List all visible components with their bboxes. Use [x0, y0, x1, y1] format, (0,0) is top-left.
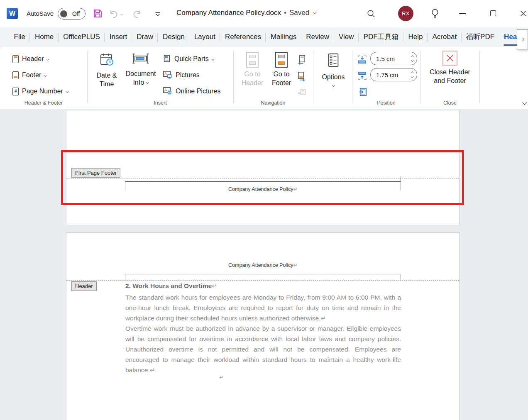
header-icon — [12, 55, 19, 63]
show-next-button[interactable] — [296, 70, 307, 82]
word-logo-icon[interactable]: W — [7, 8, 18, 19]
group-label-navigation: Navigation — [233, 100, 313, 106]
document-info-label-2: Info — [133, 78, 144, 87]
tab-draw[interactable]: Draw — [132, 27, 158, 47]
avatar[interactable]: RX — [398, 6, 413, 21]
pictures-icon — [163, 70, 172, 81]
spinner-down-icon[interactable] — [411, 75, 413, 78]
group-separator — [420, 51, 421, 103]
pictures-button[interactable]: Pictures — [163, 69, 200, 81]
redo-button[interactable] — [132, 8, 143, 19]
footer-button[interactable]: Footer — [12, 69, 46, 81]
previous-icon — [296, 54, 307, 65]
document-title[interactable]: Company Attendance Policy.docx • Saved — [176, 9, 316, 17]
chevron-down-icon — [212, 58, 214, 60]
group-separator — [352, 51, 352, 103]
ribbon-tab-bar: File Home OfficePLUS Insert Draw Design … — [0, 27, 528, 47]
link-to-previous-button[interactable] — [296, 86, 307, 98]
page-number-icon: # — [12, 88, 19, 95]
tab-acrobat[interactable]: Acrobat — [428, 27, 462, 47]
go-to-footer-button[interactable]: Go to Footer — [268, 52, 295, 87]
tab-insert[interactable]: Insert — [105, 27, 132, 47]
footer-button-label: Footer — [22, 71, 41, 79]
close-header-footer-label-2: and Footer — [434, 76, 466, 85]
document-info-label-1: Document — [126, 69, 156, 78]
paragraph-mark: ↵ — [320, 315, 326, 322]
empty-paragraph-mark: ↵ — [219, 374, 224, 381]
tab-officeplus[interactable]: OfficePLUS — [59, 27, 105, 47]
tab-file[interactable]: File — [9, 27, 30, 47]
ribbon-header-footer-tools: Header Footer # Page Number Header & Foo… — [0, 47, 528, 109]
tab-view[interactable]: View — [334, 27, 359, 47]
options-icon — [325, 52, 341, 71]
chevron-down-icon — [146, 81, 149, 83]
chevron-down-icon — [120, 12, 123, 15]
alignment-tab-icon — [358, 87, 368, 97]
group-separator — [87, 51, 88, 103]
date-time-button[interactable]: Date & Time — [92, 52, 121, 88]
paragraph-text: The standard work hours for employees ar… — [125, 294, 401, 322]
chevron-down-icon — [44, 74, 46, 76]
document-area: Company Attendance Policy↵ First Page Fo… — [0, 109, 528, 420]
header-from-top-field[interactable]: 1.5 cm — [370, 52, 417, 65]
online-pictures-button[interactable]: Online Pictures — [163, 85, 221, 98]
title-separator-dot: • — [284, 9, 286, 17]
go-to-header-label-2: Header — [242, 78, 263, 87]
customize-quick-access-button[interactable] — [154, 10, 162, 18]
online-pictures-icon — [163, 86, 172, 97]
tab-help[interactable]: Help — [403, 27, 428, 47]
date-time-label-2: Time — [100, 80, 114, 88]
spinner-down-icon[interactable] — [411, 59, 413, 61]
autosave-toggle[interactable]: Off — [58, 8, 86, 20]
header-button[interactable]: Header — [12, 53, 49, 65]
tab-review[interactable]: Review — [301, 27, 334, 47]
minimize-button[interactable] — [459, 13, 466, 14]
quick-parts-button[interactable]: Quick Parts — [163, 53, 214, 65]
undo-button[interactable] — [108, 8, 123, 19]
search-button[interactable] — [366, 9, 376, 19]
autosave-state: Off — [72, 10, 80, 17]
header-from-top-icon — [356, 54, 368, 65]
more-tabs-button[interactable] — [517, 29, 528, 49]
maximize-button[interactable] — [490, 10, 496, 16]
customize-toolbar-icon — [154, 10, 162, 18]
spinner-up-icon[interactable] — [411, 72, 413, 74]
body-paragraph-2: Overtime work must be authorized in adva… — [125, 323, 401, 375]
border-tick — [401, 274, 401, 280]
chevron-down-icon — [522, 100, 527, 105]
page2-header-text[interactable]: Company Attendance Policy↵ — [125, 262, 401, 268]
chevron-down-icon — [332, 84, 335, 86]
tab-foxit-pdf[interactable]: 福昕PDF — [462, 27, 499, 47]
tab-layout[interactable]: Layout — [189, 27, 220, 47]
close-header-footer-label-1: Close Header — [430, 68, 470, 76]
undo-icon — [108, 8, 119, 19]
red-highlight-rectangle — [61, 150, 464, 205]
paragraph-mark: ↵ — [150, 366, 155, 374]
save-button[interactable] — [92, 8, 103, 19]
tab-design[interactable]: Design — [158, 27, 189, 47]
page-number-button[interactable]: # Page Number — [12, 85, 68, 98]
close-window-button[interactable] — [519, 10, 527, 17]
tab-pdf-toolbox[interactable]: PDF工具箱 — [359, 27, 403, 47]
paragraph-mark: ↵ — [212, 282, 217, 289]
pictures-label: Pictures — [176, 71, 200, 79]
show-previous-button[interactable] — [296, 54, 307, 65]
go-to-header-button[interactable]: Go to Header — [239, 52, 266, 87]
tab-mailings[interactable]: Mailings — [266, 27, 301, 47]
tell-me-button[interactable] — [430, 8, 440, 19]
link-to-previous-icon — [296, 87, 307, 98]
autosave-label: AutoSave — [27, 10, 54, 17]
insert-alignment-tab-button[interactable] — [357, 86, 369, 98]
spinner-up-icon[interactable] — [411, 56, 413, 58]
group-separator — [233, 51, 234, 103]
search-icon — [366, 9, 376, 19]
tab-home[interactable]: Home — [30, 27, 58, 47]
tab-references[interactable]: References — [220, 27, 266, 47]
options-button[interactable]: Options — [317, 52, 350, 86]
group-separator — [479, 51, 480, 103]
header-boundary-line — [66, 280, 459, 281]
document-info-button[interactable]: Document Info — [122, 52, 159, 87]
close-header-footer-button[interactable]: Close Header and Footer — [427, 51, 473, 85]
footer-from-bottom-field[interactable]: 1.75 cm — [370, 68, 417, 81]
collapse-ribbon-button[interactable] — [519, 97, 528, 108]
